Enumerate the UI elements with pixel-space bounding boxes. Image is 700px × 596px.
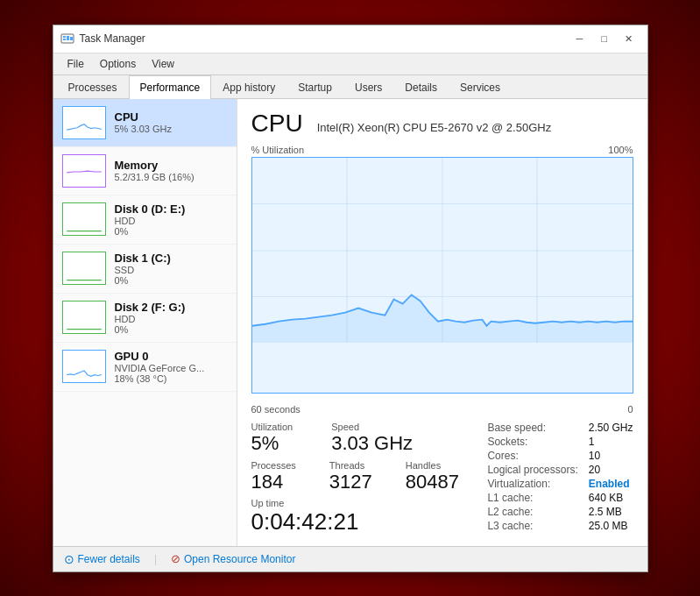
title-bar-controls: ─ □ ✕	[569, 30, 640, 47]
tab-performance[interactable]: Performance	[129, 75, 212, 99]
cpu-model: Intel(R) Xeon(R) CPU E5-2670 v2 @ 2.50GH…	[317, 121, 552, 134]
title-text: Task Manager	[80, 32, 145, 45]
speed-label: Speed	[331, 422, 413, 432]
gpu-mini-chart	[63, 354, 105, 380]
content-area: CPU 5% 3.03 GHz Memory 5.2/31.9 GB (16%)	[53, 99, 647, 546]
chart-label-top: % Utilization 100%	[251, 145, 633, 155]
cpu-chart	[251, 157, 633, 394]
sidebar-disk1-pct: 0%	[115, 275, 228, 286]
utilization-block: Utilization 5%	[251, 422, 293, 455]
sidebar-cpu-name: CPU	[115, 110, 228, 124]
sidebar-gpu-name: GPU 0	[115, 350, 228, 363]
rs-base-speed-value: 2.50 GHz	[589, 422, 633, 434]
cpu-thumbnail	[62, 106, 106, 139]
rs-virtualization-value: Enabled	[589, 478, 633, 490]
sidebar-item-memory[interactable]: Memory 5.2/31.9 GB (16%)	[53, 147, 237, 195]
speed-value: 3.03 GHz	[331, 432, 413, 455]
sidebar-disk0-type: HDD	[115, 216, 228, 226]
svg-rect-2	[63, 39, 66, 40]
sidebar-cpu-sub: 5% 3.03 GHz	[115, 124, 228, 134]
y-axis-max: 100%	[608, 145, 633, 155]
resource-monitor-icon: ⊘	[171, 552, 180, 565]
processes-block: Processes 184	[251, 460, 296, 493]
rs-l2-label: L2 cache:	[487, 506, 577, 518]
sidebar-memory-name: Memory	[115, 159, 228, 172]
memory-thumbnail	[62, 154, 106, 188]
gpu-thumbnail	[62, 350, 106, 383]
memory-mini-chart	[63, 159, 105, 185]
sidebar-disk2-pct: 0%	[115, 324, 228, 335]
menu-view[interactable]: View	[145, 55, 181, 73]
threads-value: 3127	[329, 471, 372, 493]
rs-cores-value: 10	[589, 450, 633, 462]
sidebar-cpu-info: CPU 5% 3.03 GHz	[115, 110, 228, 134]
sidebar-item-gpu[interactable]: GPU 0 NVIDIA GeForce G... 18% (38 °C)	[53, 343, 237, 392]
speed-block: Speed 3.03 GHz	[331, 422, 413, 455]
fewer-details-button[interactable]: ⊙ Fewer details	[64, 552, 140, 566]
fewer-details-label: Fewer details	[78, 553, 140, 565]
cpu-header: CPU Intel(R) Xeon(R) CPU E5-2670 v2 @ 2.…	[251, 110, 633, 138]
sidebar-item-cpu[interactable]: CPU 5% 3.03 GHz	[53, 99, 237, 147]
tab-bar: Processes Performance App history Startu…	[53, 75, 647, 99]
minimize-button[interactable]: ─	[569, 30, 591, 47]
sidebar-disk1-info: Disk 1 (C:) SSD 0%	[115, 252, 228, 286]
sidebar-memory-sub: 5.2/31.9 GB (16%)	[115, 172, 228, 182]
menu-file[interactable]: File	[60, 55, 91, 73]
sidebar-disk2-name: Disk 2 (F: G:)	[115, 301, 228, 314]
title-bar: Task Manager ─ □ ✕	[53, 25, 647, 53]
rs-l2-value: 2.5 MB	[589, 506, 633, 518]
disk1-mini-chart	[63, 256, 105, 282]
process-thread-handles-row: Processes 184 Threads 3127 Handles 80487	[251, 460, 488, 493]
handles-label: Handles	[406, 460, 459, 471]
tab-details[interactable]: Details	[393, 75, 449, 99]
threads-block: Threads 3127	[329, 460, 372, 493]
disk2-thumbnail	[62, 301, 106, 334]
bottom-bar: ⊙ Fewer details | ⊘ Open Resource Monito…	[53, 546, 647, 571]
sidebar-gpu-pct: 18% (38 °C)	[115, 373, 228, 384]
utilization-label: Utilization	[251, 422, 293, 432]
menu-bar: File Options View	[53, 53, 647, 75]
sidebar-item-disk1[interactable]: Disk 1 (C:) SSD 0%	[53, 245, 237, 294]
processes-value: 184	[251, 471, 296, 493]
sidebar-item-disk2[interactable]: Disk 2 (F: G:) HDD 0%	[53, 294, 237, 343]
open-resource-monitor-button[interactable]: ⊘ Open Resource Monitor	[171, 552, 295, 565]
sidebar-item-disk0[interactable]: Disk 0 (D: E:) HDD 0%	[53, 195, 237, 245]
handles-block: Handles 80487	[406, 460, 459, 493]
tab-users[interactable]: Users	[343, 75, 393, 99]
sidebar-disk2-info: Disk 2 (F: G:) HDD 0%	[115, 301, 228, 335]
sidebar-disk1-name: Disk 1 (C:)	[115, 252, 228, 265]
close-button[interactable]: ✕	[618, 30, 640, 47]
rs-cores-label: Cores:	[487, 450, 577, 462]
rs-sockets-label: Sockets:	[487, 436, 577, 448]
title-bar-left: Task Manager	[60, 32, 145, 46]
tab-startup[interactable]: Startup	[286, 75, 343, 99]
disk0-thumbnail	[62, 202, 106, 236]
rs-l3-value: 25.0 MB	[589, 520, 633, 532]
task-manager-icon	[60, 32, 74, 46]
disk1-thumbnail	[62, 252, 106, 285]
restore-button[interactable]: □	[593, 30, 616, 47]
tab-services[interactable]: Services	[449, 75, 512, 99]
chevron-up-icon: ⊙	[64, 552, 74, 566]
sidebar: CPU 5% 3.03 GHz Memory 5.2/31.9 GB (16%)	[53, 99, 237, 546]
sidebar-gpu-model: NVIDIA GeForce G...	[115, 363, 228, 373]
tab-processes[interactable]: Processes	[57, 75, 129, 99]
right-stats-table: Base speed: 2.50 GHz Sockets: 1 Cores: 1…	[487, 422, 633, 532]
tab-app-history[interactable]: App history	[211, 75, 286, 99]
svg-rect-1	[63, 36, 66, 38]
separator: |	[154, 553, 157, 565]
open-resource-monitor-label: Open Resource Monitor	[184, 553, 295, 565]
rs-base-speed-label: Base speed:	[487, 422, 577, 434]
svg-rect-4	[70, 37, 73, 40]
left-stats: Utilization 5% Speed 3.03 GHz Processes …	[251, 422, 488, 536]
rs-logical-value: 20	[589, 464, 633, 476]
cpu-chart-svg	[252, 158, 633, 344]
utilization-speed-row: Utilization 5% Speed 3.03 GHz	[251, 422, 488, 455]
menu-options[interactable]: Options	[93, 55, 143, 73]
rs-l1-value: 640 KB	[589, 492, 633, 504]
processes-label: Processes	[251, 460, 296, 471]
cpu-title: CPU	[251, 110, 303, 138]
threads-label: Threads	[329, 460, 372, 471]
sidebar-disk1-type: SSD	[115, 265, 228, 275]
sidebar-gpu-info: GPU 0 NVIDIA GeForce G... 18% (38 °C)	[115, 350, 228, 384]
